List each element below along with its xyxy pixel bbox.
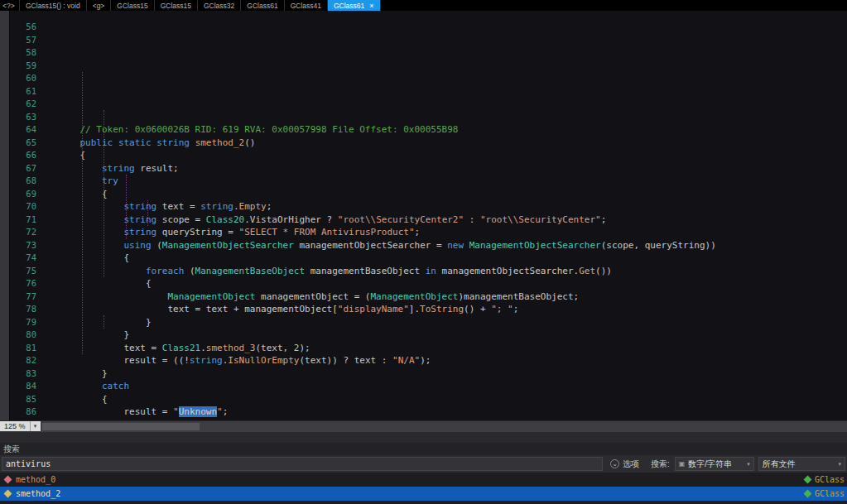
code-lines: // Token: 0x0600026B RID: 619 RVA: 0x000… xyxy=(58,111,847,421)
code-line[interactable]: catch xyxy=(58,380,847,393)
line-number: 61 xyxy=(10,85,36,98)
code-line[interactable]: // Token: 0x0600026B RID: 619 RVA: 0x000… xyxy=(58,123,847,137)
code-line[interactable]: text = Class21.smethod_3(text, 2); xyxy=(58,342,847,355)
result-name: method_0 xyxy=(16,475,55,484)
tab-8[interactable]: GClass61× xyxy=(328,0,381,11)
zoom-level-control[interactable]: 125 % xyxy=(0,421,30,431)
code-line[interactable]: { xyxy=(58,252,847,265)
line-number: 59 xyxy=(10,60,36,73)
result-location: GClass xyxy=(815,489,845,498)
tab-label: GClass32 xyxy=(204,2,234,10)
options-chevron-circle-icon[interactable]: ⌄ xyxy=(610,459,619,468)
line-number: 64 xyxy=(10,123,36,137)
indent-guide xyxy=(103,110,104,277)
indent-guide xyxy=(126,175,127,239)
result-location-group: GClass xyxy=(805,475,845,484)
line-number: 80 xyxy=(10,329,36,342)
code-line[interactable]: string scope = Class20.VistaOrHigher ? "… xyxy=(58,214,847,227)
tab-label: GClass15() : void xyxy=(26,2,80,10)
close-icon[interactable]: × xyxy=(369,2,373,10)
tab-label: GClass61 xyxy=(334,2,364,10)
code-line[interactable]: { xyxy=(58,393,847,406)
code-line[interactable]: foreach (ManagementBaseObject management… xyxy=(58,265,847,278)
tab-2[interactable]: <g> xyxy=(87,0,112,11)
code-line[interactable]: ManagementObject managementObject = (Man… xyxy=(58,290,847,304)
line-number: 73 xyxy=(10,239,36,252)
line-number: 69 xyxy=(10,188,36,201)
tab-6[interactable]: GClass61 xyxy=(241,0,284,11)
line-number: 74 xyxy=(10,252,36,265)
panel-edge-strip xyxy=(0,11,10,420)
tab-7[interactable]: GClass41 xyxy=(285,0,328,11)
code-line[interactable]: { xyxy=(58,149,847,162)
code-line[interactable]: string text = string.Empty; xyxy=(58,200,847,214)
line-number-gutter: 5657585960616263646566676869707172737475… xyxy=(10,11,41,420)
code-line[interactable]: using (ManagementObjectSearcher manageme… xyxy=(58,239,847,252)
code-line[interactable]: result = "Unknown"; xyxy=(58,406,847,419)
search-for-label: 搜索: xyxy=(651,458,670,470)
code-line[interactable]: { xyxy=(58,277,847,290)
chevron-down-icon[interactable]: ▾ xyxy=(30,421,41,431)
code-line[interactable]: { xyxy=(58,188,847,201)
indent-guide xyxy=(147,200,148,226)
line-number: 66 xyxy=(10,149,36,162)
code-editor: 5657585960616263646566676869707172737475… xyxy=(0,11,847,420)
search-panel-title: 搜索 xyxy=(3,444,20,455)
tab-label: GClass15 xyxy=(117,2,147,10)
tab-label: GClass41 xyxy=(291,2,321,10)
line-number: 82 xyxy=(10,354,36,367)
editor-bottom-bar: 125 % ▾ xyxy=(0,420,847,431)
method-icon xyxy=(4,476,12,484)
search-result-row[interactable]: method_0GClass xyxy=(0,473,847,487)
code-line[interactable] xyxy=(58,111,847,124)
file-filter-value: 所有文件 xyxy=(763,458,796,470)
tab-4[interactable]: GClass15 xyxy=(155,0,198,11)
code-area[interactable]: // Token: 0x0600026B RID: 619 RVA: 0x000… xyxy=(58,11,847,420)
tab-0[interactable]: <?> xyxy=(0,0,20,11)
match-type-icon: ▣ xyxy=(679,460,686,468)
scrollbar-thumb[interactable] xyxy=(42,423,200,430)
search-toolbar: ⌄ 选项 搜索: ▣ 数字/字符串 ▾ 所有文件 ▾ xyxy=(0,455,847,473)
result-location: GClass xyxy=(815,475,845,484)
code-line[interactable]: text = text + managementObject["displayN… xyxy=(58,303,847,316)
search-input[interactable] xyxy=(2,457,603,471)
tab-5[interactable]: GClass32 xyxy=(198,0,241,11)
code-line[interactable]: } xyxy=(58,329,847,342)
line-number: 78 xyxy=(10,303,36,316)
tab-bar: <?>GClass15() : void<g>GClass15GClass15G… xyxy=(0,0,847,11)
search-result-row[interactable]: smethod_2GClass xyxy=(0,487,847,501)
options-label[interactable]: 选项 xyxy=(623,458,639,470)
code-line[interactable]: string result; xyxy=(58,162,847,175)
file-filter-dropdown[interactable]: 所有文件 ▾ xyxy=(758,457,845,471)
panel-splitter[interactable] xyxy=(0,431,847,443)
line-number: 70 xyxy=(10,200,36,214)
code-line[interactable]: string queryString = "SELECT * FROM Anti… xyxy=(58,226,847,239)
tab-label: GClass15 xyxy=(161,2,191,10)
code-line[interactable]: } xyxy=(58,367,847,381)
tab-1[interactable]: GClass15() : void xyxy=(20,0,87,11)
search-results: method_0GClasssmethod_2GClass xyxy=(0,473,847,504)
line-number: 79 xyxy=(10,316,36,329)
line-number: 63 xyxy=(10,111,36,124)
horizontal-scrollbar[interactable] xyxy=(41,421,847,431)
line-number: 77 xyxy=(10,290,36,304)
line-number: 71 xyxy=(10,214,36,227)
code-line[interactable]: result = ((!string.IsNullOrEmpty(text)) … xyxy=(58,354,847,367)
type-filter-value: 数字/字符串 xyxy=(688,458,732,470)
tab-label: GClass61 xyxy=(247,2,277,10)
line-number: 57 xyxy=(10,34,36,47)
type-filter-dropdown[interactable]: ▣ 数字/字符串 ▾ xyxy=(675,457,754,471)
line-number: 60 xyxy=(10,72,36,85)
line-number: 67 xyxy=(10,162,36,175)
tab-3[interactable]: GClass15 xyxy=(111,0,154,11)
code-line[interactable]: try xyxy=(58,175,847,188)
line-number: 58 xyxy=(10,46,36,60)
method-icon xyxy=(4,490,12,498)
line-number: 86 xyxy=(10,406,36,419)
result-location-group: GClass xyxy=(805,489,845,498)
line-number: 56 xyxy=(10,21,36,34)
result-name: smethod_2 xyxy=(16,489,60,498)
class-icon xyxy=(803,476,811,484)
code-line[interactable]: public static string smethod_2() xyxy=(58,137,847,150)
code-line[interactable]: } xyxy=(58,316,847,329)
